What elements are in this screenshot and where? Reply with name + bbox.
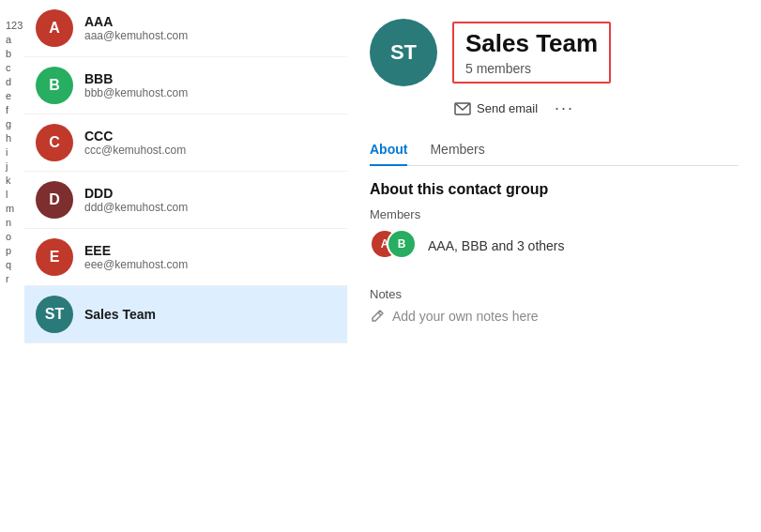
alphabet-letter[interactable]: l bbox=[6, 188, 23, 201]
contact-item[interactable]: EEEEeee@kemuhost.com bbox=[24, 229, 347, 286]
more-options-button[interactable]: ··· bbox=[555, 99, 574, 118]
pencil-icon bbox=[370, 309, 385, 324]
members-subsection-label: Members bbox=[370, 207, 738, 221]
profile-title-box: Sales Team 5 members bbox=[452, 22, 611, 83]
contact-info: CCCccc@kemuhost.com bbox=[84, 129, 186, 157]
profile-header: ST Sales Team 5 members bbox=[370, 19, 738, 86]
send-email-button[interactable]: Send email bbox=[452, 98, 540, 119]
send-email-label: Send email bbox=[477, 101, 538, 115]
group-avatar: ST bbox=[370, 19, 437, 86]
contact-name: Sales Team bbox=[84, 307, 156, 322]
notes-section: Notes Add your own notes here bbox=[370, 287, 738, 324]
profile-actions: Send email ··· bbox=[452, 98, 738, 119]
alphabet-letter[interactable]: o bbox=[6, 230, 23, 243]
contact-email: aaa@kemuhost.com bbox=[84, 29, 188, 42]
members-count: 5 members bbox=[465, 61, 598, 76]
contact-name: AAA bbox=[84, 14, 188, 29]
alphabet-letter[interactable]: k bbox=[6, 174, 23, 187]
notes-row: Add your own notes here bbox=[370, 309, 738, 324]
alphabet-letter[interactable]: r bbox=[6, 272, 23, 285]
contact-item[interactable]: STSales Team bbox=[24, 286, 347, 343]
contact-info: BBBbbb@kemuhost.com bbox=[84, 71, 188, 99]
contact-name: CCC bbox=[84, 129, 186, 144]
alphabet-letter[interactable]: j bbox=[6, 160, 23, 173]
contact-info: EEEeee@kemuhost.com bbox=[84, 243, 188, 271]
alphabet-letter[interactable]: g bbox=[6, 117, 23, 130]
svg-line-1 bbox=[378, 312, 381, 315]
contact-item[interactable]: DDDDddd@kemuhost.com bbox=[24, 172, 347, 229]
alphabet-letter[interactable]: n bbox=[6, 216, 23, 229]
alphabet-letter[interactable]: b bbox=[6, 47, 23, 60]
alphabet-letter[interactable]: h bbox=[6, 131, 23, 144]
contact-avatar: D bbox=[36, 181, 73, 219]
contact-name: EEE bbox=[84, 243, 188, 258]
right-panel: ST Sales Team 5 members Send email ··· A… bbox=[347, 0, 761, 532]
alphabet-letter[interactable]: i bbox=[6, 145, 23, 159]
contact-email: ccc@kemuhost.com bbox=[84, 144, 186, 157]
left-wrapper: 123abcdefghijklmnopqr AAAAaaa@kemuhost.c… bbox=[0, 0, 347, 532]
contact-name: BBB bbox=[84, 71, 188, 86]
alphabet-letter[interactable]: d bbox=[6, 75, 23, 88]
alphabet-letter[interactable]: c bbox=[6, 61, 23, 74]
contact-avatar: ST bbox=[36, 296, 73, 333]
tab-bar: AboutMembers bbox=[370, 134, 738, 166]
contact-info: Sales Team bbox=[84, 307, 156, 322]
member-avatars: AB bbox=[370, 229, 419, 263]
alphabet-letter[interactable]: 123 bbox=[6, 19, 23, 32]
contact-avatar: C bbox=[36, 124, 73, 161]
contacts-list: AAAAaaa@kemuhost.comBBBBbbb@kemuhost.com… bbox=[24, 0, 347, 532]
alphabet-letter[interactable]: p bbox=[6, 244, 23, 257]
group-name: Sales Team bbox=[465, 29, 598, 58]
contact-avatar: E bbox=[36, 238, 73, 276]
contact-info: AAAaaa@kemuhost.com bbox=[84, 14, 188, 42]
tab-members[interactable]: Members bbox=[430, 134, 484, 166]
alphabet-letter[interactable]: q bbox=[6, 258, 23, 271]
alphabet-letter[interactable]: m bbox=[6, 202, 23, 215]
about-heading: About this contact group bbox=[370, 181, 738, 198]
contact-item[interactable]: CCCCccc@kemuhost.com bbox=[24, 114, 347, 172]
contact-item[interactable]: BBBBbbb@kemuhost.com bbox=[24, 57, 347, 114]
contact-avatar: B bbox=[36, 67, 73, 104]
alphabet-letter[interactable]: f bbox=[6, 103, 23, 116]
contact-email: bbb@kemuhost.com bbox=[84, 86, 188, 99]
mail-icon bbox=[454, 102, 471, 115]
members-row: AB AAA, BBB and 3 others bbox=[370, 229, 738, 263]
member-avatar-small: B bbox=[387, 229, 417, 259]
tab-about[interactable]: About bbox=[370, 134, 407, 166]
contact-avatar: A bbox=[36, 9, 73, 47]
contact-email: eee@kemuhost.com bbox=[84, 258, 188, 271]
alphabet-letter[interactable]: a bbox=[6, 33, 23, 46]
notes-label: Notes bbox=[370, 287, 738, 301]
contact-info: DDDddd@kemuhost.com bbox=[84, 186, 188, 214]
contact-item[interactable]: AAAAaaa@kemuhost.com bbox=[24, 0, 347, 57]
alphabet-letter[interactable]: e bbox=[6, 89, 23, 102]
members-description: AAA, BBB and 3 others bbox=[428, 238, 565, 253]
contact-email: ddd@kemuhost.com bbox=[84, 201, 188, 214]
contact-name: DDD bbox=[84, 186, 188, 201]
notes-placeholder[interactable]: Add your own notes here bbox=[392, 309, 539, 324]
alphabet-sidebar: 123abcdefghijklmnopqr bbox=[6, 19, 23, 285]
